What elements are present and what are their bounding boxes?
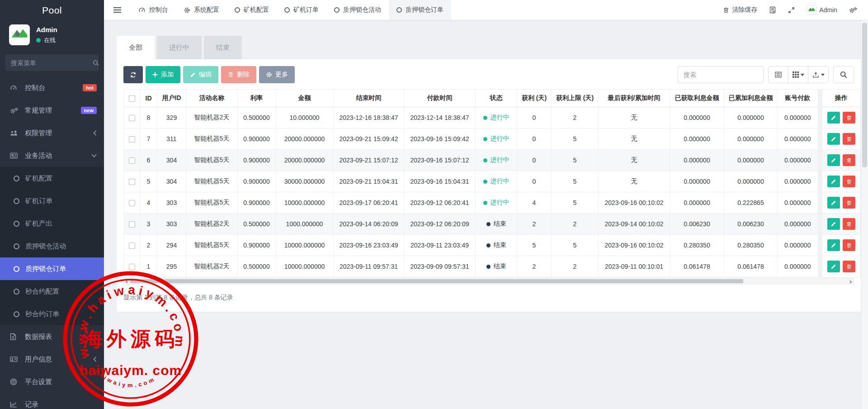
table-row: 7311智能机器5天0.90000020000.0000002023-09-21… — [124, 128, 861, 150]
row-edit-button[interactable] — [827, 261, 840, 272]
filter-tab-all[interactable]: 全部 — [117, 36, 155, 59]
vertical-scrollbar[interactable] — [861, 20, 868, 409]
add-button[interactable]: 添加 — [146, 66, 180, 83]
top-tab-pledge-orders[interactable]: 质押锁仓订单 — [389, 0, 451, 20]
sidebar-item-user-info[interactable]: 用户信息 — [0, 348, 104, 371]
columns-button[interactable] — [788, 67, 808, 83]
filter-tab-ended[interactable]: 结束 — [204, 36, 242, 59]
select-all-checkbox[interactable] — [129, 95, 135, 102]
top-tab-miner-orders[interactable]: 矿机订单 — [277, 0, 326, 20]
column-header: 金额 — [276, 90, 334, 107]
row-checkbox[interactable] — [129, 179, 135, 185]
row-edit-button[interactable] — [827, 218, 840, 230]
top-tab-label: 质押锁仓订单 — [406, 6, 443, 14]
table-header-row: ID用户ID活动名称利率金额结束时间付款时间状态获利 (天)获利上限 (天)最后… — [124, 90, 861, 107]
top-tab-console[interactable]: 控制台 — [131, 0, 176, 20]
sidebar-subitem-miner-output[interactable]: 矿机产出 — [0, 212, 104, 235]
menu-search-input[interactable] — [11, 59, 93, 67]
settings-gears-icon[interactable] — [849, 7, 857, 14]
badge-new: new — [81, 107, 97, 114]
table-search-input[interactable] — [678, 66, 764, 83]
table-body: 8329智能机器2天0.50000010.0000002023-12-16 18… — [124, 107, 861, 277]
row-delete-button[interactable] — [843, 261, 855, 272]
sidebar-item-platform-settings[interactable]: 平台设置 — [0, 371, 104, 393]
sidebar-subitem-pledge-activities[interactable]: 质押锁仓活动 — [0, 235, 104, 257]
row-edit-button[interactable] — [827, 112, 840, 124]
chart-icon — [10, 401, 20, 408]
cell-status: 进行中 — [476, 150, 517, 171]
cell-user_id: 304 — [157, 150, 186, 171]
file-icon — [10, 333, 20, 340]
edit-button[interactable]: 编辑 — [183, 66, 218, 83]
fullscreen-icon[interactable] — [788, 7, 795, 14]
vertical-scrollbar-thumb[interactable] — [862, 23, 867, 167]
pages-icon[interactable] — [769, 6, 776, 14]
sidebar-subitem-seconds-contract-config[interactable]: 秒合约配置 — [0, 280, 104, 303]
top-tab-miner-config[interactable]: 矿机配置 — [227, 0, 277, 20]
row-checkbox[interactable] — [129, 200, 135, 206]
export-button[interactable] — [808, 67, 828, 83]
sidebar-item-console[interactable]: 控制台hot — [0, 76, 104, 99]
top-tab-system-config[interactable]: 系统配置 — [176, 0, 227, 20]
cell-amount: 1000.000000 — [276, 214, 334, 235]
row-checkbox[interactable] — [129, 243, 135, 249]
row-edit-button[interactable] — [827, 239, 840, 251]
scroll-left-arrow-icon[interactable] — [125, 280, 127, 284]
chevron-left-icon — [93, 334, 97, 339]
sidebar-item-business-activity[interactable]: 业务活动 — [0, 144, 104, 167]
avatar[interactable] — [9, 24, 30, 45]
circle-icon — [235, 7, 240, 13]
cell-profit_limit: 5 — [552, 128, 599, 150]
top-tab-pledge-activities[interactable]: 质押锁仓活动 — [326, 0, 389, 20]
refresh-button[interactable] — [123, 66, 143, 83]
more-button[interactable]: 更多 — [259, 66, 295, 83]
scrollbar-thumb[interactable] — [130, 279, 743, 283]
sidebar-item-general-management[interactable]: 常规管理new — [0, 99, 104, 122]
hamburger-menu-icon[interactable] — [104, 7, 131, 13]
cell-id: 1 — [140, 256, 157, 277]
row-edit-button[interactable] — [827, 176, 840, 187]
cell-actions — [820, 214, 861, 235]
sidebar-subitem-miner-config[interactable]: 矿机配置 — [0, 167, 104, 190]
chevron-down-icon — [91, 154, 97, 157]
sidebar-item-records[interactable]: 记录 — [0, 393, 104, 409]
row-delete-button[interactable] — [843, 112, 855, 124]
detail-view-button[interactable] — [769, 67, 788, 83]
row-checkbox[interactable] — [129, 136, 135, 143]
row-checkbox[interactable] — [129, 221, 135, 228]
sidebar-subitem-miner-orders[interactable]: 矿机订单 — [0, 190, 104, 212]
sidebar: Pool Admin 在线 控制台hot常规管理new权限管理业务活动矿机配置矿… — [0, 0, 104, 409]
row-edit-button[interactable] — [827, 133, 840, 145]
cell-account_payment: 0.000000 — [778, 128, 820, 150]
cell-last_profit_time: 无 — [599, 107, 670, 128]
search-button[interactable] — [833, 66, 854, 83]
row-edit-button[interactable] — [827, 154, 840, 166]
row-delete-button[interactable] — [843, 218, 855, 230]
sidebar-subitem-seconds-contract-orders[interactable]: 秒合约订单 — [0, 303, 104, 325]
trash-icon — [846, 200, 852, 206]
row-delete-button[interactable] — [843, 239, 855, 251]
clear-cache-button[interactable]: 清除缓存 — [723, 6, 757, 14]
row-delete-button[interactable] — [843, 133, 855, 145]
row-delete-button[interactable] — [843, 197, 855, 209]
sidebar-item-permission-management[interactable]: 权限管理 — [0, 122, 104, 144]
row-edit-button[interactable] — [827, 197, 840, 209]
row-delete-button[interactable] — [843, 154, 855, 166]
horizontal-scrollbar[interactable] — [123, 278, 854, 285]
sidebar-subitem-pledge-orders[interactable]: 质押锁仓订单 — [0, 257, 104, 280]
cell-end_time: 2023-09-11 09:57:31 — [334, 256, 404, 277]
cell-interest_accrued: 0.061478 — [724, 256, 778, 277]
scroll-right-arrow-icon[interactable] — [850, 280, 852, 284]
filter-tab-ongoing[interactable]: 进行中 — [157, 36, 202, 59]
topbar-user[interactable]: Admin — [807, 5, 837, 15]
sidebar-item-label: 业务活动 — [25, 152, 52, 160]
row-checkbox[interactable] — [129, 115, 135, 121]
cell-end_time: 2023-09-17 06:20:41 — [334, 192, 404, 214]
sidebar-item-data-reports[interactable]: 数据报表 — [0, 325, 104, 348]
row-checkbox[interactable] — [129, 157, 135, 164]
cell-last_profit_time: 2023-09-14 00:10:02 — [599, 214, 670, 235]
row-delete-button[interactable] — [843, 176, 855, 187]
row-checkbox[interactable] — [129, 264, 135, 270]
top-tab-label: 矿机配置 — [244, 6, 269, 14]
delete-button[interactable]: 删除 — [221, 66, 256, 83]
